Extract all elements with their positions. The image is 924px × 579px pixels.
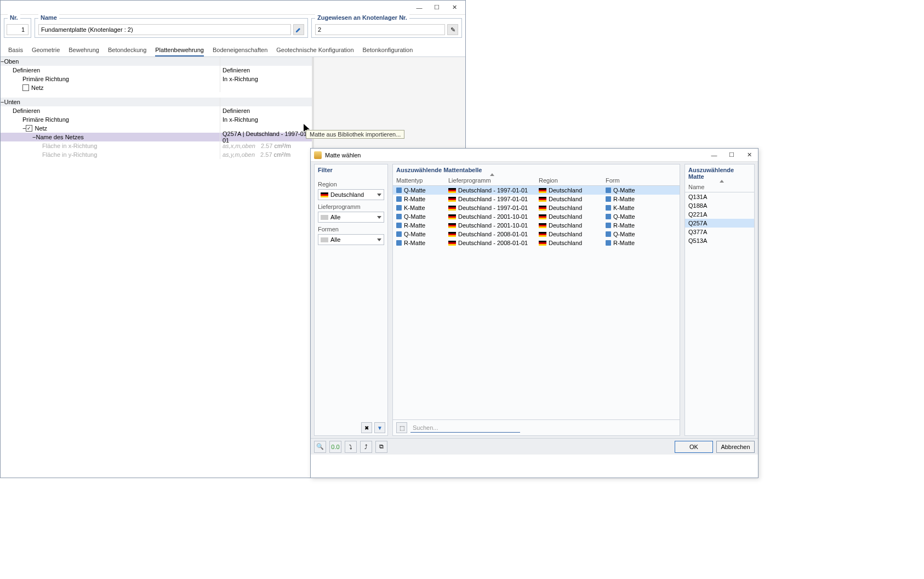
- copy-button[interactable]: ⧉: [375, 441, 387, 453]
- table-row[interactable]: Q-MatteDeutschland - 2001-10-01Deutschla…: [393, 212, 680, 221]
- unit-button[interactable]: 0.0: [329, 441, 341, 453]
- label: Definieren: [13, 107, 40, 114]
- list-item[interactable]: Q131A: [685, 192, 754, 201]
- col-region[interactable]: Region: [535, 175, 602, 185]
- tab-betonkonfiguration[interactable]: Betonkonfiguration: [363, 44, 413, 56]
- table-row[interactable]: R-MatteDeutschland - 1997-01-01Deutschla…: [393, 195, 680, 203]
- flag-de-icon: [539, 241, 546, 246]
- tab-betondeckung[interactable]: Betondeckung: [108, 44, 146, 56]
- unit: cm²/m: [274, 143, 291, 149]
- maximize-button[interactable]: ☐: [723, 150, 740, 161]
- label: Primäre Richtung: [22, 116, 69, 123]
- group-name: Name Fundamentplatte (Knotenlager : 2): [35, 18, 308, 38]
- region-value: Deutschland: [330, 191, 364, 198]
- export-button[interactable]: ⤴: [360, 441, 372, 453]
- list-item[interactable]: Q257A: [685, 219, 754, 228]
- assigned-input[interactable]: 2: [315, 24, 445, 35]
- list-item[interactable]: Q188A: [685, 201, 754, 210]
- region-label: Region: [318, 181, 384, 188]
- section-unten[interactable]: −Unten: [1, 98, 312, 106]
- find-button[interactable]: 🔍: [314, 441, 326, 453]
- nr-input[interactable]: 1: [7, 24, 28, 35]
- netz-checkbox[interactable]: [22, 84, 29, 91]
- flag-de-icon: [539, 197, 546, 202]
- tab-geometrie[interactable]: Geometrie: [32, 44, 60, 56]
- filter-header: Filter: [315, 164, 387, 175]
- filter-button[interactable]: ▼: [374, 422, 385, 433]
- form-combo[interactable]: Alle: [318, 234, 384, 245]
- label: Fläche in x-Richtung: [42, 143, 97, 149]
- flag-de-icon: [448, 214, 456, 219]
- import-button[interactable]: ⤵: [345, 441, 357, 453]
- minimize-button[interactable]: —: [410, 2, 428, 13]
- ok-button[interactable]: OK: [675, 441, 713, 453]
- nr-label: Nr.: [8, 14, 20, 21]
- mat-icon: [606, 196, 611, 202]
- edit-name-icon[interactable]: [293, 24, 304, 35]
- row-name-des-netzes[interactable]: −Name des Netzes Q257A | Deutschland - 1…: [1, 133, 312, 141]
- header-row: Nr. 1 Name Fundamentplatte (Knotenlager …: [1, 15, 465, 41]
- netz-checkbox[interactable]: [26, 125, 32, 132]
- col-form[interactable]: Form: [602, 175, 680, 185]
- close-button[interactable]: ✕: [446, 2, 463, 13]
- titlebar: — ☐ ✕: [1, 1, 465, 15]
- row-oben-netz[interactable]: Netz: [1, 83, 312, 92]
- row-oben-prim[interactable]: Primäre Richtung In x-Richtung: [1, 75, 312, 83]
- value: Definieren: [223, 107, 250, 114]
- row-unten-prim[interactable]: Primäre Richtung In x-Richtung: [1, 115, 312, 124]
- prog-value: Alle: [330, 214, 340, 220]
- group-assigned: Zugewiesen an Knotenlager Nr. 2 ✎: [311, 18, 462, 38]
- flag-de-icon: [539, 214, 546, 219]
- table-body: Q-MatteDeutschland - 1997-01-01Deutschla…: [393, 186, 680, 247]
- flag-de-icon: [448, 232, 456, 237]
- pick-node-icon[interactable]: ✎: [447, 24, 458, 35]
- mat-icon: [396, 240, 402, 246]
- col-mattentyp[interactable]: Mattentyp: [393, 175, 445, 185]
- mat-icon: [396, 196, 402, 202]
- col-name[interactable]: Name: [685, 182, 754, 192]
- row-oben-definieren[interactable]: Definieren Definieren: [1, 66, 312, 75]
- row-flx: Fläche in x-Richtung as,x,m,oben2.57 cm²…: [1, 141, 312, 150]
- mat-icon: [396, 205, 402, 211]
- search-input[interactable]: Suchen...: [410, 423, 520, 433]
- row-unten-definieren[interactable]: Definieren Definieren: [1, 106, 312, 115]
- list-item[interactable]: Q221A: [685, 210, 754, 219]
- mat-icon: [396, 231, 402, 237]
- mat-icon: [606, 205, 611, 211]
- table-row[interactable]: Q-MatteDeutschland - 1997-01-01Deutschla…: [393, 186, 680, 195]
- prog-combo[interactable]: Alle: [318, 212, 384, 223]
- value: 2.57: [261, 143, 272, 149]
- search-tool-button[interactable]: ⬚: [396, 422, 407, 433]
- col-lieferprogramm[interactable]: Lieferprogramm: [445, 175, 535, 185]
- maximize-button[interactable]: ☐: [428, 2, 446, 13]
- flag-de-icon: [539, 223, 546, 228]
- minimize-button[interactable]: —: [705, 150, 723, 161]
- region-combo[interactable]: Deutschland: [318, 189, 384, 200]
- panel-table: Auszuwählende Mattentabelle Mattentyp Li…: [392, 164, 680, 436]
- name-input[interactable]: Fundamentplatte (Knotenlager : 2): [38, 24, 291, 35]
- list-item[interactable]: Q513A: [685, 236, 754, 245]
- dialog-icon: [314, 151, 322, 159]
- var: as,x,m,oben: [223, 143, 255, 149]
- table-row[interactable]: K-MatteDeutschland - 1997-01-01Deutschla…: [393, 203, 680, 212]
- table-row[interactable]: R-MatteDeutschland - 2001-10-01Deutschla…: [393, 221, 680, 230]
- tab-bodeneigenschaften[interactable]: Bodeneigenschaften: [213, 44, 267, 56]
- table-row[interactable]: R-MatteDeutschland - 2008-01-01Deutschla…: [393, 239, 680, 247]
- clear-filter-button[interactable]: ✖: [361, 422, 372, 433]
- mat-icon: [606, 214, 611, 219]
- panel-selection: Auszuwählende Matte Name Q131AQ188AQ221A…: [685, 164, 755, 436]
- tab-bewehrung[interactable]: Bewehrung: [69, 44, 99, 56]
- list-item[interactable]: Q377A: [685, 228, 754, 236]
- mat-icon: [606, 231, 611, 237]
- cancel-button[interactable]: Abbrechen: [716, 441, 755, 453]
- tab-plattenbewehrung[interactable]: Plattenbewehrung: [155, 44, 204, 56]
- titlebar: Matte wählen — ☐ ✕: [311, 149, 758, 162]
- mat-icon: [396, 214, 402, 219]
- section-oben[interactable]: −Oben: [1, 57, 312, 66]
- form-label: Formen: [318, 226, 384, 232]
- tab-geotechnische-konfiguration[interactable]: Geotechnische Konfiguration: [276, 44, 353, 56]
- tab-basis[interactable]: Basis: [8, 44, 23, 56]
- close-button[interactable]: ✕: [740, 150, 758, 161]
- table-row[interactable]: Q-MatteDeutschland - 2008-01-01Deutschla…: [393, 230, 680, 239]
- row-fly: Fläche in y-Richtung as,y,m,oben2.57 cm²…: [1, 150, 312, 159]
